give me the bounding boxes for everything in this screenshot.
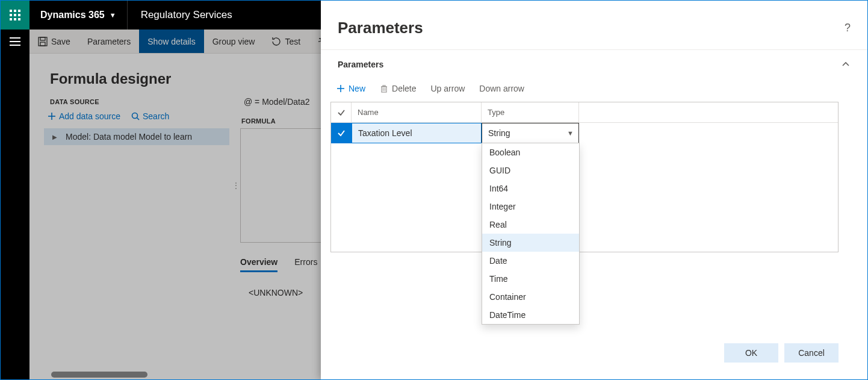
down-arrow-label: Down arrow <box>479 84 524 93</box>
svg-rect-2 <box>18 10 20 12</box>
chevron-down-icon: ▼ <box>567 129 574 137</box>
type-option[interactable]: Real <box>482 216 579 234</box>
new-label: New <box>349 84 365 93</box>
parameters-panel: Parameters ? Parameters New Delete Up ar… <box>321 1 867 379</box>
type-option[interactable]: String <box>482 234 579 252</box>
svg-rect-21 <box>382 87 386 92</box>
collapse-section-button[interactable] <box>841 60 851 69</box>
type-cell-dropdown[interactable]: String ▼ <box>482 123 579 143</box>
type-dropdown-list: BooleanGUIDInt64IntegerRealStringDateTim… <box>482 143 580 325</box>
svg-rect-6 <box>10 18 12 20</box>
help-button[interactable]: ? <box>845 22 851 34</box>
type-option[interactable]: Time <box>482 270 579 288</box>
help-icon: ? <box>845 22 851 34</box>
svg-rect-25 <box>383 86 385 87</box>
type-option[interactable]: Integer <box>482 198 579 216</box>
type-option[interactable]: Date <box>482 252 579 270</box>
svg-rect-8 <box>18 18 20 20</box>
column-header-name[interactable]: Name <box>352 102 482 122</box>
module-title: Regulatory Services <box>128 9 246 21</box>
ok-button[interactable]: OK <box>724 343 778 363</box>
cancel-button[interactable]: Cancel <box>784 343 839 363</box>
up-arrow-button[interactable]: Up arrow <box>430 84 465 93</box>
svg-rect-4 <box>14 14 16 16</box>
down-arrow-button[interactable]: Down arrow <box>479 84 524 93</box>
delete-label: Delete <box>392 84 416 93</box>
name-cell[interactable]: Taxation Level <box>352 123 482 143</box>
panel-toolbar: New Delete Up arrow Down arrow <box>321 79 867 102</box>
type-option[interactable]: GUID <box>482 161 579 179</box>
check-icon <box>337 129 346 137</box>
app-launcher-button[interactable] <box>1 1 29 30</box>
svg-rect-7 <box>14 18 16 20</box>
up-arrow-label: Up arrow <box>430 84 465 93</box>
type-cell-value: String <box>488 128 510 138</box>
type-option[interactable]: Container <box>482 288 579 306</box>
delete-button[interactable]: Delete <box>380 84 416 93</box>
chevron-down-icon: ▼ <box>110 11 116 19</box>
new-button[interactable]: New <box>336 84 365 93</box>
svg-rect-0 <box>10 10 12 12</box>
select-all-checkbox[interactable] <box>331 102 352 122</box>
svg-rect-5 <box>18 14 20 16</box>
type-option[interactable]: Boolean <box>482 143 579 161</box>
nav-toggle-button[interactable] <box>1 30 29 54</box>
hamburger-icon <box>9 37 21 46</box>
brand-label: Dynamics 365 <box>40 10 105 20</box>
column-header-type[interactable]: Type <box>482 102 579 122</box>
trash-icon <box>380 84 388 93</box>
svg-rect-3 <box>10 14 12 16</box>
brand-switcher[interactable]: Dynamics 365 ▼ <box>29 10 127 20</box>
plus-icon <box>336 84 345 93</box>
type-option[interactable]: Int64 <box>482 179 579 198</box>
check-icon <box>337 108 346 117</box>
left-nav-rail <box>1 54 29 379</box>
name-cell-value: Taxation Level <box>358 128 412 138</box>
type-option[interactable]: DateTime <box>482 306 579 324</box>
grid-row: Taxation Level String ▼ <box>331 123 838 143</box>
parameters-grid: Name Type Taxation Level String ▼ Boolea… <box>330 102 839 252</box>
chevron-up-icon <box>841 60 851 69</box>
svg-rect-1 <box>14 10 16 12</box>
section-heading: Parameters <box>330 60 841 69</box>
grid-header-row: Name Type <box>331 102 838 123</box>
horizontal-scrollbar-thumb[interactable] <box>51 372 147 378</box>
panel-title: Parameters <box>338 19 845 37</box>
waffle-icon <box>10 10 20 20</box>
row-selected-indicator[interactable] <box>331 123 352 143</box>
